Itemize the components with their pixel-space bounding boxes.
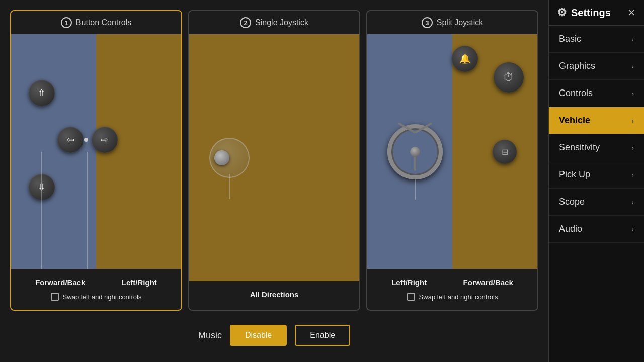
panel-single-joystick[interactable]: 2 Single Joystick All Directions bbox=[188, 10, 360, 311]
music-disable-button[interactable]: Disable bbox=[230, 325, 287, 346]
line-right bbox=[87, 152, 88, 269]
panel-title-2: Single Joystick bbox=[255, 18, 308, 27]
swap-label-3: Swap left and right controls bbox=[419, 293, 498, 301]
panel-header-3: 3 Split Joystick bbox=[367, 11, 537, 34]
single-joystick-wrapper bbox=[189, 34, 359, 281]
panel-header-1: 1 Button Controls bbox=[11, 11, 181, 34]
handbrake-button[interactable]: ⊟ bbox=[493, 140, 517, 164]
left-button[interactable]: ⇦ bbox=[57, 127, 84, 153]
sidebar-item-pickup[interactable]: Pick Up › bbox=[549, 161, 644, 189]
chevron-right-scope: › bbox=[631, 198, 634, 206]
sidebar-label-controls: Controls bbox=[559, 88, 593, 99]
settings-title: ⚙ Settings bbox=[557, 6, 611, 19]
sidebar-label-pickup: Pick Up bbox=[559, 169, 590, 180]
sidebar-header: ⚙ Settings ✕ bbox=[549, 0, 644, 26]
panel-header-2: 2 Single Joystick bbox=[189, 11, 359, 34]
label-all-directions: All Directions bbox=[250, 290, 299, 299]
chevron-right-pickup: › bbox=[631, 171, 634, 179]
swap-row-1[interactable]: Swap left and right controls bbox=[11, 291, 181, 303]
panel-footer-3: Left/Right Forward/Back Swap left and ri… bbox=[367, 269, 537, 310]
panel-body-3: ⏱ ⊟ 🔔 bbox=[367, 34, 537, 269]
horn-button[interactable]: 🔔 bbox=[452, 46, 478, 72]
swap-row-3[interactable]: Swap left and right controls bbox=[367, 291, 537, 303]
center-dot bbox=[84, 138, 88, 142]
panel-body-1: ⇧ ⇩ ⇦ ⇨ bbox=[11, 34, 181, 269]
sidebar-item-controls[interactable]: Controls › bbox=[549, 80, 644, 107]
steering-center bbox=[410, 147, 420, 157]
sidebar: ⚙ Settings ✕ Basic › Graphics › Controls… bbox=[548, 0, 644, 362]
sidebar-item-sensitivity[interactable]: Sensitivity › bbox=[549, 134, 644, 161]
chevron-right-basic: › bbox=[631, 35, 634, 43]
swap-label-1: Swap left and right controls bbox=[63, 293, 142, 301]
chevron-right-graphics: › bbox=[631, 62, 634, 70]
panel-labels-2: All Directions bbox=[189, 286, 359, 303]
split-joy-wrapper: ⏱ ⊟ 🔔 bbox=[367, 34, 537, 269]
label-forward-back: Forward/Back bbox=[35, 278, 85, 287]
single-joystick-knob bbox=[214, 150, 229, 165]
panel-number-2: 2 bbox=[240, 17, 251, 28]
speedometer-icon[interactable]: ⏱ bbox=[494, 62, 524, 93]
single-joystick-base[interactable] bbox=[209, 138, 250, 178]
sidebar-label-basic: Basic bbox=[559, 34, 581, 44]
panel-footer-2: All Directions bbox=[189, 281, 359, 310]
single-joystick-line bbox=[229, 174, 230, 199]
chevron-right-audio: › bbox=[631, 225, 634, 233]
main-content: 1 Button Controls ⇧ ⇩ ⇦ ⇨ bbox=[0, 0, 548, 362]
line-left bbox=[41, 152, 42, 269]
panel-number-3: 3 bbox=[422, 17, 433, 28]
sidebar-item-scope[interactable]: Scope › bbox=[549, 189, 644, 216]
sidebar-item-vehicle[interactable]: Vehicle › bbox=[549, 107, 644, 134]
gear-icon: ⚙ bbox=[557, 6, 567, 19]
sidebar-item-basic[interactable]: Basic › bbox=[549, 26, 644, 53]
sidebar-item-audio[interactable]: Audio › bbox=[549, 216, 644, 243]
swap-checkbox-3[interactable] bbox=[407, 293, 415, 301]
up-button[interactable]: ⇧ bbox=[29, 80, 55, 106]
chevron-right-controls: › bbox=[631, 89, 634, 98]
panel-labels-3: Left/Right Forward/Back bbox=[367, 274, 537, 291]
sidebar-label-scope: Scope bbox=[559, 197, 585, 207]
label-forward-back-3: Forward/Back bbox=[463, 278, 513, 287]
music-label: Music bbox=[198, 330, 222, 341]
label-left-right: Left/Right bbox=[122, 278, 157, 287]
panel-body-2 bbox=[189, 34, 359, 281]
swap-checkbox-1[interactable] bbox=[51, 293, 59, 301]
label-left-right-3: Left/Right bbox=[391, 278, 427, 287]
btn-controls-wrapper: ⇧ ⇩ ⇦ ⇨ bbox=[11, 34, 181, 269]
panel-title-1: Button Controls bbox=[76, 18, 131, 27]
settings-label: Settings bbox=[571, 7, 611, 19]
close-icon[interactable]: ✕ bbox=[627, 7, 636, 19]
steering-spoke-2 bbox=[398, 122, 416, 133]
sidebar-label-vehicle: Vehicle bbox=[559, 115, 590, 126]
sidebar-item-graphics[interactable]: Graphics › bbox=[549, 53, 644, 80]
sidebar-label-graphics: Graphics bbox=[559, 61, 595, 71]
panel-split-joystick[interactable]: 3 Split Joystick bbox=[366, 10, 538, 311]
music-enable-button[interactable]: Enable bbox=[295, 325, 350, 346]
panel-title-3: Split Joystick bbox=[437, 18, 483, 27]
steering-spoke-3 bbox=[415, 122, 432, 133]
chevron-right-vehicle: › bbox=[631, 117, 634, 125]
sidebar-label-sensitivity: Sensitivity bbox=[559, 142, 600, 153]
panel-button-controls[interactable]: 1 Button Controls ⇧ ⇩ ⇦ ⇨ bbox=[10, 10, 182, 311]
chevron-right-sensitivity: › bbox=[631, 144, 634, 152]
music-row: Music Disable Enable bbox=[10, 319, 538, 352]
panel-footer-1: Forward/Back Left/Right Swap left and ri… bbox=[11, 269, 181, 310]
panel-number-1: 1 bbox=[61, 17, 72, 28]
sidebar-label-audio: Audio bbox=[559, 224, 582, 234]
right-button[interactable]: ⇨ bbox=[92, 127, 118, 153]
steering-wheel[interactable] bbox=[387, 124, 443, 179]
control-panels: 1 Button Controls ⇧ ⇩ ⇦ ⇨ bbox=[10, 10, 538, 311]
panel-labels-1: Forward/Back Left/Right bbox=[11, 274, 181, 291]
